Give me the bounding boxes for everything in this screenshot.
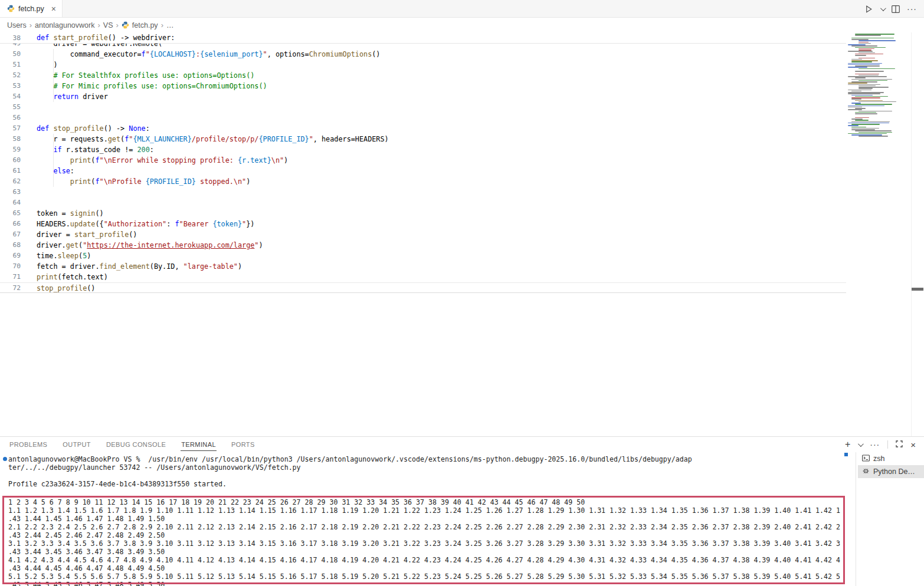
chevron-down-icon[interactable]: [880, 5, 886, 11]
code-text: driver = start_profile(): [37, 229, 137, 240]
code-line[interactable]: 68driver.get("https://the-internet.herok…: [0, 240, 846, 251]
minimap-line: [851, 79, 892, 80]
code-text: stop_profile(): [37, 283, 95, 294]
code-line[interactable]: 55: [0, 102, 846, 113]
breadcrumb-item[interactable]: antonlagunovwork: [35, 21, 94, 29]
code-line[interactable]: 59 if r.status_code != 200:: [0, 144, 846, 155]
terminal-table-line: 4.1 4.2 4.3 4.4 4.5 4.6 4.7 4.8 4.9 4.10…: [8, 556, 854, 564]
panel-tab-output[interactable]: OUTPUT: [62, 439, 91, 450]
line-number[interactable]: 52: [0, 70, 21, 81]
code-line[interactable]: 52 # For Stealthfox profiles use: option…: [0, 70, 846, 81]
terminal-list-item-label: Python De…: [873, 468, 915, 476]
minimap-line: [848, 125, 859, 126]
run-button-icon[interactable]: [864, 5, 873, 14]
code-text: print(fetch.text): [37, 272, 108, 282]
panel-tab-debug-console[interactable]: DEBUG CONSOLE: [106, 439, 166, 450]
line-number[interactable]: 64: [0, 197, 21, 208]
code-text: r = requests.get(f"{MLX_LAUNCHER}/profil…: [37, 134, 389, 144]
terminal-line: [8, 488, 854, 496]
code-line[interactable]: 62 print(f"\nProfile {PROFILE_ID} stoppe…: [0, 176, 846, 187]
more-actions-icon[interactable]: ···: [870, 440, 880, 449]
panel-tab-terminal[interactable]: TERMINAL: [181, 439, 217, 451]
code-line[interactable]: 71print(fetch.text): [0, 272, 846, 282]
line-number[interactable]: 55: [0, 102, 21, 113]
minimap-line: [848, 93, 880, 94]
line-number[interactable]: 69: [0, 251, 21, 261]
terminal-output[interactable]: antonlagunovwork@MacBookPro VS % /usr/bi…: [0, 452, 854, 586]
breadcrumb: Users›antonlagunovwork›VS›fetch.py›…: [0, 18, 924, 32]
code-text: # For Stealthfox profiles use: options=O…: [37, 70, 254, 81]
command-decoration-dot[interactable]: [3, 457, 7, 461]
minimap-line: [855, 55, 866, 56]
terminal-tabs-list: zshPython De…: [858, 452, 924, 478]
breadcrumb-item[interactable]: Users: [7, 21, 27, 29]
terminal-sash[interactable]: [856, 452, 856, 586]
code-line[interactable]: 69time.sleep(5): [0, 251, 846, 261]
code-line[interactable]: 65token = signin(): [0, 208, 846, 219]
panel-tab-ports[interactable]: PORTS: [231, 439, 255, 450]
line-number[interactable]: 63: [0, 187, 21, 197]
code-line[interactable]: 56: [0, 113, 846, 123]
code-line[interactable]: 58 r = requests.get(f"{MLX_LAUNCHER}/pro…: [0, 134, 846, 144]
code-line[interactable]: 50 command_executor=f"{LOCALHOST}:{selen…: [0, 49, 846, 60]
line-number[interactable]: 53: [0, 81, 21, 91]
line-number[interactable]: 70: [0, 261, 21, 272]
code-line[interactable]: 57def stop_profile() -> None:: [0, 123, 846, 134]
terminal-list-item-zsh[interactable]: zsh: [858, 452, 924, 465]
terminal-table-line: 3.1 3.2 3.3 3.4 3.5 3.6 3.7 3.8 3.9 3.10…: [8, 539, 854, 548]
line-number[interactable]: 51: [0, 60, 21, 70]
line-number[interactable]: 61: [0, 166, 21, 176]
code-line[interactable]: 67driver = start_profile(): [0, 229, 846, 240]
line-number[interactable]: 68: [0, 240, 21, 251]
launch-profile-chevron-icon[interactable]: [858, 441, 864, 447]
line-number[interactable]: 66: [0, 219, 21, 229]
sticky-scroll-line[interactable]: 38def start_profile() -> webdriver:: [0, 32, 846, 44]
line-number[interactable]: 67: [0, 229, 21, 240]
terminal-list-item-pythonde[interactable]: Python De…: [858, 465, 924, 478]
line-number[interactable]: 56: [0, 113, 21, 123]
code-text: ): [37, 60, 58, 70]
line-number[interactable]: 65: [0, 208, 21, 219]
more-actions-icon[interactable]: ···: [907, 4, 917, 14]
minimap-line: [855, 100, 883, 101]
line-number[interactable]: 72: [0, 283, 21, 294]
split-editor-icon[interactable]: [892, 5, 900, 13]
code-line[interactable]: 72stop_profile(): [0, 282, 846, 293]
tab-fetch-py[interactable]: fetch.py ×: [0, 0, 63, 17]
breadcrumb-item[interactable]: …: [166, 21, 174, 29]
terminal-table-line: .43 5.44 5.45 5.46 5.47 5.48 5.49 5.50: [8, 581, 854, 586]
line-number[interactable]: 54: [0, 91, 21, 102]
code-line[interactable]: 53 # For Mimic profiles use: options=Chr…: [0, 81, 846, 91]
minimap-line: [859, 111, 892, 112]
new-terminal-icon[interactable]: +: [845, 440, 850, 449]
close-icon[interactable]: ×: [51, 5, 56, 13]
code-line[interactable]: 70fetch = driver.find_element(By.ID, "la…: [0, 261, 846, 272]
line-number[interactable]: 38: [0, 32, 21, 44]
minimap[interactable]: [848, 34, 905, 434]
code-line[interactable]: 51 ): [0, 60, 846, 70]
breadcrumb-item[interactable]: VS: [103, 21, 113, 29]
code-editor[interactable]: 49 driver = webdriver.Remote(50 command_…: [0, 32, 924, 436]
overview-ruler[interactable]: [911, 32, 924, 436]
code-line[interactable]: 63: [0, 187, 846, 197]
terminal-line: antonlagunovwork@MacBookPro VS % /usr/bi…: [8, 455, 854, 463]
line-number[interactable]: 58: [0, 134, 21, 144]
line-number[interactable]: 60: [0, 155, 21, 166]
line-number[interactable]: 57: [0, 123, 21, 134]
terminal-line: Profile c23a3624-3157-4ede-b1c4-b4389313…: [8, 480, 854, 488]
code-line[interactable]: 66HEADERS.update({"Authorization": f"Bea…: [0, 219, 846, 229]
code-line[interactable]: 61 else:: [0, 166, 846, 176]
code-line[interactable]: 64: [0, 197, 846, 208]
breadcrumb-item[interactable]: fetch.py: [132, 21, 158, 29]
bottom-panel: PROBLEMSOUTPUTDEBUG CONSOLETERMINALPORTS…: [0, 436, 924, 586]
line-number[interactable]: 71: [0, 272, 21, 282]
maximize-panel-icon[interactable]: [896, 439, 903, 450]
code-line[interactable]: 54 return driver: [0, 91, 846, 102]
panel-tab-problems[interactable]: PROBLEMS: [9, 439, 48, 450]
code-line[interactable]: 60 print(f"\nError while stopping profil…: [0, 155, 846, 166]
line-number[interactable]: 50: [0, 49, 21, 60]
close-panel-icon[interactable]: ×: [910, 440, 916, 449]
line-number[interactable]: 59: [0, 144, 21, 155]
line-number[interactable]: 62: [0, 176, 21, 187]
code-text: def start_profile() -> webdriver:: [37, 32, 175, 44]
